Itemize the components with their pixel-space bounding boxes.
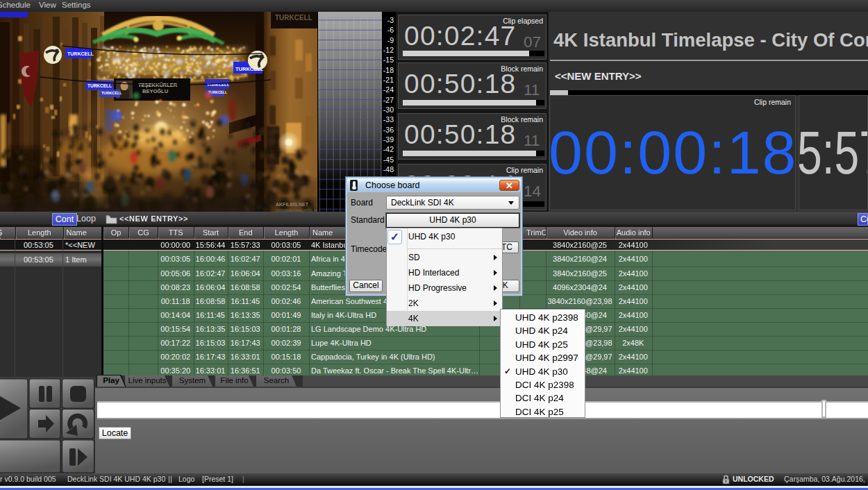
svg-text:-18: -18 [383, 66, 394, 74]
svg-text:-42: -42 [383, 145, 394, 153]
svg-text:TURKCELL: TURKCELL [67, 51, 94, 56]
svg-text:-45: -45 [383, 155, 394, 164]
svg-text:-21: -21 [383, 76, 394, 84]
svg-text:-48: -48 [383, 165, 394, 174]
svg-text:-24: -24 [383, 85, 394, 94]
svg-text:TURKCELL: TURKCELL [101, 91, 122, 95]
svg-text:-30: -30 [383, 105, 394, 114]
svg-text:-9: -9 [387, 36, 394, 44]
svg-text:AKFILMS.NET: AKFILMS.NET [276, 202, 309, 207]
svg-text:-27: -27 [383, 96, 394, 104]
svg-text:TURKCELL: TURKCELL [275, 14, 312, 22]
svg-text:TURKCELL: TURKCELL [87, 83, 112, 88]
svg-text:-39: -39 [383, 135, 394, 144]
svg-text:-36: -36 [383, 126, 394, 134]
svg-text:-15: -15 [383, 56, 394, 64]
svg-text:-33: -33 [383, 115, 394, 124]
svg-text:BEYOĞLU: BEYOĞLU [142, 88, 168, 94]
svg-text:-3: -3 [387, 16, 394, 24]
svg-text:-6: -6 [387, 26, 394, 34]
svg-text:-12: -12 [383, 46, 394, 54]
